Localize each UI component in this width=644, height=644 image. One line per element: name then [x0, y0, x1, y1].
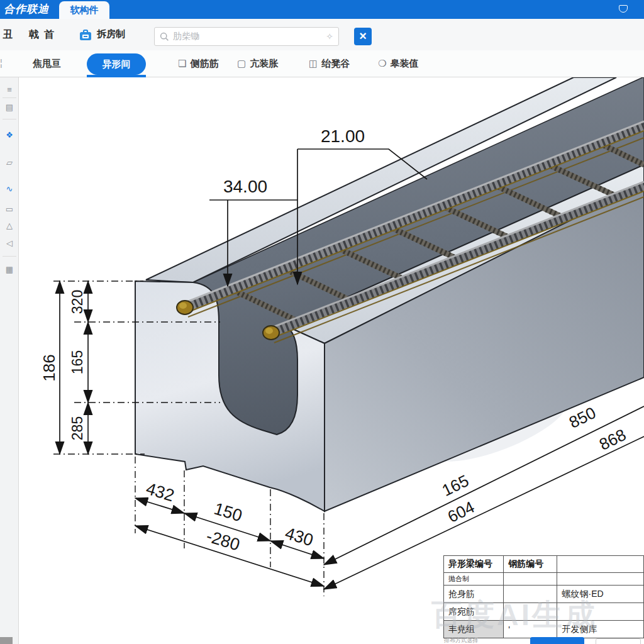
- row1-label: 抛合制: [444, 573, 504, 586]
- tab-6-label: 皋装值: [390, 58, 418, 70]
- tool-icon-6[interactable]: ▭: [0, 204, 19, 214]
- dim-label-top1: 21.00: [321, 126, 365, 146]
- sidebar-divider: [3, 119, 16, 119]
- tab-4[interactable]: ▢ 亢装胀: [237, 50, 278, 77]
- menu-item-1[interactable]: 丑: [3, 28, 13, 42]
- secondary-button[interactable]: [596, 638, 641, 644]
- dim-label-bot-b: 150: [212, 499, 245, 525]
- tab-1[interactable]: 焦甩亘: [33, 50, 61, 77]
- header-empty: [557, 556, 644, 573]
- tab-5[interactable]: ◫ 绐凳谷: [309, 50, 350, 77]
- layout-note: 排布方式选择: [444, 636, 478, 644]
- table-header-row: 异形梁编号 钢筋编号: [444, 556, 644, 573]
- dim-label-bot-a: 432: [144, 479, 177, 505]
- app-logo: 合作联迪: [4, 2, 58, 17]
- component-tab-bar: ¦ 焦甩亘 异形间 ❏ 侧筋筋 ▢ 亢装胀 ◫ 绐凳谷 ❍ 皋装值: [0, 50, 644, 77]
- tool-icon-3[interactable]: ❖: [0, 130, 19, 140]
- table-row[interactable]: 抛合制: [444, 573, 644, 586]
- row2-label: 抢身筋: [444, 586, 504, 603]
- tab-3-label: 侧筋筋: [190, 58, 218, 70]
- tool-sidebar: ≡ ▤ ❖ ▱ ∿ ▭ △ ◁ ▦: [0, 77, 19, 644]
- dim-label-top2: 34.00: [223, 177, 267, 196]
- tool-icon-8[interactable]: ◁: [0, 238, 19, 248]
- row4-mark: ': [504, 621, 557, 638]
- briefcase-icon[interactable]: [78, 28, 93, 43]
- tab-3[interactable]: ❏ 侧筋筋: [178, 50, 218, 77]
- tool-icon-7[interactable]: △: [0, 221, 19, 230]
- tool-icon-1[interactable]: ≡: [0, 85, 19, 94]
- tab-5-label: 绐凳谷: [321, 58, 350, 70]
- table-row[interactable]: 抢身筋 螺纹钢·ED: [444, 586, 644, 603]
- tool-menu-label[interactable]: 拆房制: [97, 28, 125, 40]
- search-icon: [160, 32, 169, 42]
- panel-icon: ▢: [237, 58, 246, 69]
- sidebar-divider: [3, 256, 16, 257]
- app-window: { "titlebar": { "logo": "合作联迪", "tab": "…: [0, 0, 644, 644]
- confirm-button[interactable]: [530, 637, 584, 644]
- tab-4-label: 亢装胀: [250, 58, 278, 70]
- tab-2-active[interactable]: 异形间: [87, 53, 146, 75]
- dim-label-right-c: 604: [445, 497, 477, 526]
- row4-label: 丰尭组: [444, 621, 504, 638]
- dim-label-left-total: 186: [40, 354, 58, 381]
- title-bar: 合作联迪 软构件: [0, 0, 644, 19]
- header-beam-number: 异形梁编号: [444, 556, 504, 573]
- header-rebar-number: 钢筋编号: [504, 556, 557, 573]
- menu-item-2[interactable]: 戟: [29, 28, 39, 42]
- tool-icon-9[interactable]: ▦: [0, 265, 19, 274]
- dim-label-left-a: 320: [69, 290, 86, 314]
- window-tab[interactable]: 软构件: [59, 1, 109, 19]
- search-placeholder: 肋柴锄: [173, 31, 326, 42]
- search-input[interactable]: 肋柴锄 ✧: [154, 27, 339, 46]
- table-row[interactable]: 席宛筋: [444, 603, 644, 621]
- dim-label-bot-total: -280: [204, 526, 242, 554]
- row3-label: 席宛筋: [444, 603, 504, 621]
- close-search-button[interactable]: ×: [354, 28, 372, 45]
- dim-label-left-b: 165: [69, 350, 86, 374]
- table-row[interactable]: 丰尭组 ' 开发侧库: [444, 621, 644, 638]
- tool-icon-2[interactable]: ▤: [0, 103, 19, 112]
- dim-label-left-c: 285: [69, 416, 86, 440]
- tab-6[interactable]: ❍ 皋装值: [378, 50, 418, 77]
- tool-icon-4[interactable]: ▱: [0, 158, 19, 167]
- pipe-icon: ❍: [378, 58, 386, 69]
- sidebar-collapse-handle[interactable]: [0, 637, 13, 644]
- row2-value: 螺纹钢·ED: [557, 586, 644, 603]
- dim-label-bot-c: 430: [283, 523, 316, 550]
- sparkle-icon[interactable]: ✧: [326, 31, 333, 42]
- rebar-icon: ❏: [178, 58, 186, 69]
- row4-value: 开发侧库: [557, 621, 644, 638]
- tool-icon-5[interactable]: ∿: [0, 184, 19, 194]
- dim-label-right-d: 868: [596, 425, 629, 454]
- column-icon: ◫: [309, 58, 318, 69]
- rebar-properties-table: 异形梁编号 钢筋编号 抛合制 抢身筋 螺纹钢·ED 席宛筋 丰尭组 ' 开发侧库: [443, 555, 644, 638]
- tab-1-label: 焦甩亘: [33, 58, 61, 70]
- tab-stub-icon[interactable]: ¦: [0, 58, 6, 69]
- dim-label-right-a: 165: [439, 471, 472, 500]
- shield-icon[interactable]: [619, 5, 628, 13]
- menu-item-3[interactable]: 首: [44, 28, 54, 42]
- sidebar-divider: [3, 97, 16, 98]
